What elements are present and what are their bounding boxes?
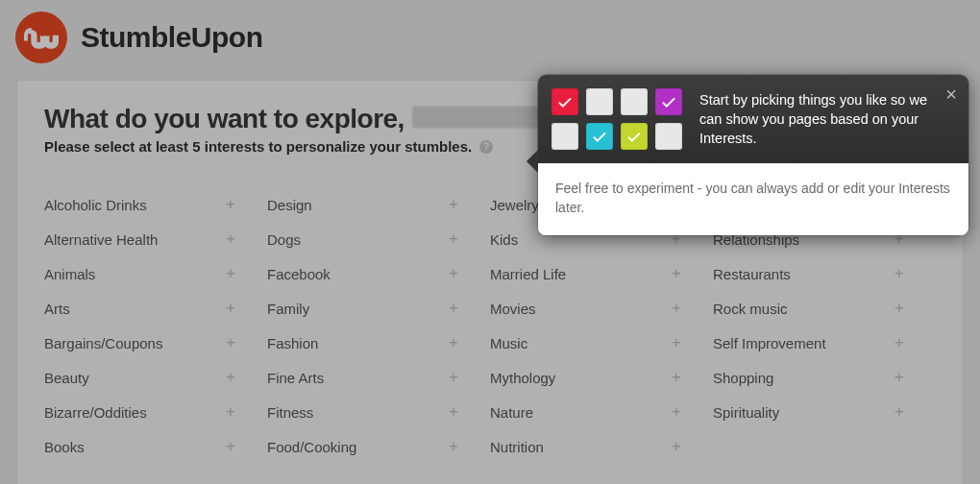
interest-label: Nutrition bbox=[490, 439, 544, 455]
interest-item[interactable]: Rock music+ bbox=[713, 291, 936, 326]
interest-label: Animals bbox=[44, 266, 95, 282]
interest-label: Fashion bbox=[267, 335, 318, 351]
interest-item[interactable]: Married Life+ bbox=[490, 256, 713, 291]
plus-icon: + bbox=[446, 368, 461, 387]
plus-icon: + bbox=[446, 437, 461, 456]
help-icon[interactable]: ? bbox=[479, 140, 493, 154]
interest-item[interactable]: Animals+ bbox=[44, 256, 267, 291]
interest-label: Shopping bbox=[713, 370, 773, 386]
tile-empty-icon bbox=[655, 123, 682, 150]
interest-label: Married Life bbox=[490, 266, 566, 282]
interest-item[interactable]: Spirituality+ bbox=[713, 395, 936, 429]
header: StumbleUpon bbox=[0, 0, 980, 81]
interest-item[interactable]: Alcoholic Drinks+ bbox=[44, 187, 267, 222]
interest-item[interactable]: Fashion+ bbox=[267, 326, 490, 360]
plus-icon: + bbox=[669, 437, 684, 456]
plus-icon: + bbox=[892, 402, 907, 422]
interest-item[interactable]: Mythology+ bbox=[490, 360, 713, 395]
interest-item[interactable]: Arts+ bbox=[44, 291, 267, 326]
page-subheading: Please select at least 5 interests to pe… bbox=[44, 138, 472, 155]
interest-label: Bargains/Coupons bbox=[44, 335, 162, 351]
interest-label: Bizarre/Oddities bbox=[44, 404, 147, 421]
interest-item[interactable]: Design+ bbox=[267, 187, 490, 222]
tooltip-secondary-text: Feel free to experiment - you can always… bbox=[538, 163, 968, 235]
plus-icon: + bbox=[669, 264, 684, 283]
tile-checked-icon bbox=[621, 123, 648, 150]
interest-label: Dogs bbox=[267, 231, 301, 248]
interest-label: Fitness bbox=[267, 404, 313, 421]
plus-icon: + bbox=[223, 195, 238, 214]
interest-item[interactable]: Bargains/Coupons+ bbox=[44, 326, 267, 360]
plus-icon: + bbox=[446, 333, 461, 352]
tile-checked-icon bbox=[655, 88, 682, 115]
plus-icon: + bbox=[446, 402, 461, 422]
interest-item[interactable]: Books+ bbox=[44, 429, 267, 464]
plus-icon: + bbox=[223, 368, 238, 387]
interest-item[interactable]: Dogs+ bbox=[267, 222, 490, 256]
stumbleupon-logo-icon bbox=[15, 12, 67, 63]
interest-item[interactable]: Food/Cooking+ bbox=[267, 429, 490, 464]
interest-label: Beauty bbox=[44, 370, 89, 386]
interest-item[interactable]: Fitness+ bbox=[267, 395, 490, 429]
interest-label: Self Improvement bbox=[713, 335, 826, 351]
brand-name: StumbleUpon bbox=[81, 21, 263, 54]
interest-item[interactable]: Fine Arts+ bbox=[267, 360, 490, 395]
plus-icon: + bbox=[669, 299, 684, 318]
interest-label: Alcoholic Drinks bbox=[44, 197, 147, 213]
page-heading: What do you want to explore, bbox=[44, 104, 404, 134]
tooltip-header: Start by picking things you like so we c… bbox=[538, 75, 968, 163]
plus-icon: + bbox=[223, 333, 238, 352]
plus-icon: + bbox=[446, 299, 461, 318]
interest-item[interactable]: Beauty+ bbox=[44, 360, 267, 395]
interest-item[interactable]: Nutrition+ bbox=[490, 429, 713, 464]
interest-label: Music bbox=[490, 335, 527, 351]
interest-item[interactable]: Nature+ bbox=[490, 395, 713, 429]
tile-checked-icon bbox=[551, 88, 578, 115]
interest-label: Spirituality bbox=[713, 404, 779, 421]
interest-label: Alternative Health bbox=[44, 231, 158, 248]
interest-item[interactable]: Music+ bbox=[490, 326, 713, 360]
plus-icon: + bbox=[446, 230, 461, 249]
tile-empty-icon bbox=[586, 88, 613, 115]
interest-label: Nature bbox=[490, 404, 533, 421]
interest-item[interactable]: Self Improvement+ bbox=[713, 326, 936, 360]
plus-icon: + bbox=[669, 402, 684, 422]
interest-label: Restaurants bbox=[713, 266, 791, 282]
plus-icon: + bbox=[892, 299, 907, 318]
onboarding-tooltip: Start by picking things you like so we c… bbox=[538, 75, 968, 235]
plus-icon: + bbox=[669, 333, 684, 352]
plus-icon: + bbox=[892, 264, 907, 283]
tile-grid bbox=[551, 88, 682, 150]
close-icon[interactable]: × bbox=[945, 85, 957, 104]
tooltip-arrow-icon bbox=[527, 150, 538, 173]
tooltip-primary-text: Start by picking things you like so we c… bbox=[699, 90, 928, 149]
interest-label: Fine Arts bbox=[267, 370, 324, 386]
plus-icon: + bbox=[223, 402, 238, 422]
interest-label: Movies bbox=[490, 301, 536, 317]
plus-icon: + bbox=[223, 264, 238, 283]
interest-col-1: Alcoholic Drinks+Alternative Health+Anim… bbox=[44, 187, 267, 464]
interest-item[interactable]: Alternative Health+ bbox=[44, 222, 267, 256]
tile-empty-icon bbox=[551, 123, 578, 150]
tile-checked-icon bbox=[586, 123, 613, 150]
plus-icon: + bbox=[446, 264, 461, 283]
interest-item[interactable]: Movies+ bbox=[490, 291, 713, 326]
plus-icon: + bbox=[892, 333, 907, 352]
plus-icon: + bbox=[892, 368, 907, 387]
interest-item[interactable]: Restaurants+ bbox=[713, 256, 936, 291]
interest-label: Arts bbox=[44, 301, 70, 317]
interest-label: Rock music bbox=[713, 301, 788, 317]
interest-item[interactable]: Shopping+ bbox=[713, 360, 936, 395]
interest-item[interactable]: Family+ bbox=[267, 291, 490, 326]
plus-icon: + bbox=[223, 437, 238, 456]
interest-item[interactable]: Bizarre/Oddities+ bbox=[44, 395, 267, 429]
plus-icon: + bbox=[669, 368, 684, 387]
interest-label: Mythology bbox=[490, 370, 555, 386]
plus-icon: + bbox=[223, 230, 238, 249]
interest-label: Facebook bbox=[267, 266, 331, 282]
interest-label: Jewelry bbox=[490, 197, 539, 213]
interest-label: Books bbox=[44, 439, 85, 455]
interest-col-2: Design+Dogs+Facebook+Family+Fashion+Fine… bbox=[267, 187, 490, 464]
interest-item[interactable]: Facebook+ bbox=[267, 256, 490, 291]
interest-label: Family bbox=[267, 301, 309, 317]
